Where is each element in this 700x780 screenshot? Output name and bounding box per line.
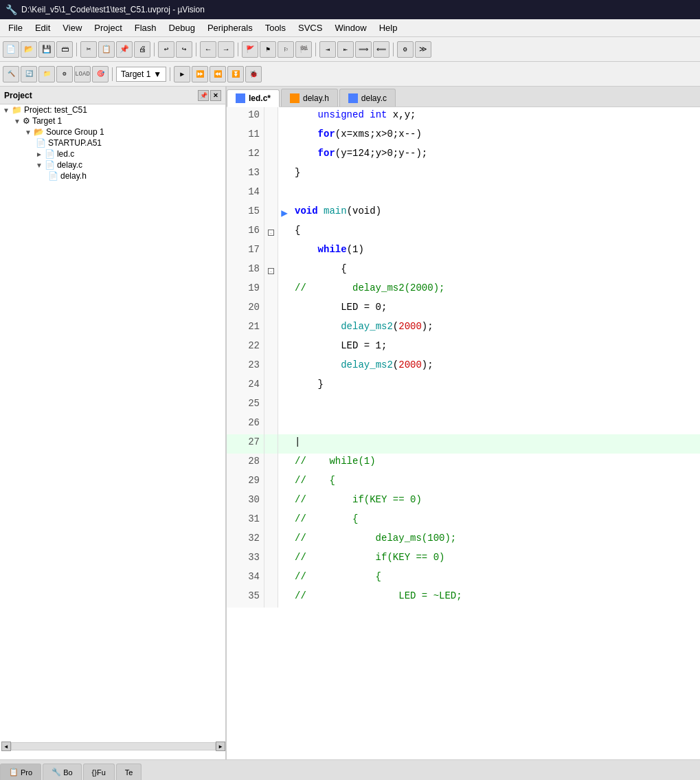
code-line-13: 13 } (227, 165, 700, 184)
fold-btn-18[interactable]: - (268, 268, 274, 274)
bottom-tab-bo-label: Bo (63, 768, 72, 777)
bottom-tab-bo[interactable]: 🔧 Bo (43, 764, 81, 780)
menu-svcs[interactable]: SVCS (293, 21, 328, 34)
copy-button[interactable]: 📋 (98, 41, 115, 58)
menu-edit[interactable]: Edit (30, 21, 56, 34)
menu-project[interactable]: Project (89, 21, 127, 34)
scroll-right-button[interactable]: ► (216, 742, 225, 751)
menu-debug[interactable]: Debug (163, 21, 201, 34)
tab-led-c[interactable]: led.c* (227, 89, 280, 107)
print-button[interactable]: 🖨 (134, 41, 150, 58)
indent2-button[interactable]: ⟹ (355, 41, 372, 58)
tree-item-delay-h[interactable]: 📄 delay.h (0, 170, 225, 181)
code-line-32: 32 // delay_ms(100); (227, 531, 700, 550)
project-tree: ▼ 📁 Project: test_C51 ▼ ⚙ Target 1 ▼ 📂 S… (0, 104, 225, 181)
menu-help[interactable]: Help (374, 21, 403, 34)
menu-tools[interactable]: Tools (260, 21, 291, 34)
tree-item-delay-c[interactable]: ▼ 📄 delay.c (0, 159, 225, 170)
debug-btn2[interactable]: ⏩ (192, 66, 208, 82)
fold-btn-16[interactable]: - (268, 230, 274, 236)
fold-col-16[interactable]: - (264, 223, 278, 242)
target-dropdown[interactable]: Target 1 ▼ (116, 67, 166, 82)
bottom-tab-te[interactable]: Te (116, 764, 142, 780)
code-content-10: unsigned int x,y; (291, 107, 700, 126)
arrow-col-23 (278, 357, 291, 377)
sep6 (393, 43, 394, 56)
debug-btn1[interactable]: ▶ (174, 66, 190, 82)
tab-delay-h[interactable]: delay.h (281, 89, 338, 107)
tree-label-target1: Target 1 (32, 116, 62, 126)
file-icon-delay-c: 📄 (45, 160, 55, 170)
sidebar-close-button[interactable]: ✕ (210, 90, 221, 101)
save-all-button[interactable]: 🗃 (56, 41, 73, 58)
paste-button[interactable]: 📌 (116, 41, 133, 58)
tab-delay-c[interactable]: delay.c (339, 89, 396, 107)
menu-view[interactable]: View (57, 21, 87, 34)
toolbar-overflow[interactable]: ≫ (415, 41, 431, 58)
cut-button[interactable]: ✂ (80, 41, 97, 58)
open-btn2[interactable]: 📁 (38, 66, 55, 82)
build-btn[interactable]: 🔨 (3, 66, 19, 82)
extra-button[interactable]: ⚙ (397, 41, 414, 58)
sidebar-hscroll: ◄ ► (0, 740, 227, 753)
nav-back-button[interactable]: ← (200, 41, 216, 58)
line-num-17: 17 (227, 242, 264, 261)
arrow-col-14 (278, 184, 291, 203)
tree-item-project-root[interactable]: ▼ 📁 Project: test_C51 (0, 104, 225, 115)
open-file-button[interactable]: 📂 (21, 41, 37, 58)
tree-item-source-group[interactable]: ▼ 📂 Source Group 1 (0, 126, 225, 137)
bottom-tab-pro[interactable]: 📋 Pro (0, 764, 41, 780)
menu-window[interactable]: Window (329, 21, 372, 34)
bottom-tab-pro-icon: 📋 (9, 768, 19, 777)
line-num-15: 15 (227, 203, 264, 223)
tree-label-project-root: Project: test_C51 (24, 105, 87, 115)
collapse-icon-sg: ▼ (25, 129, 32, 136)
menu-peripherals[interactable]: Peripherals (202, 21, 258, 34)
fold-col-26 (264, 415, 278, 434)
indent-button[interactable]: ⇥ (319, 41, 336, 58)
arrow-col-18 (278, 261, 291, 280)
undo-button[interactable]: ↩ (158, 41, 174, 58)
arrow-col-20 (278, 300, 291, 319)
scroll-left-button[interactable]: ◄ (1, 742, 11, 751)
debug-btn4[interactable]: ⏬ (227, 66, 244, 82)
rebuild-btn[interactable]: 🔄 (21, 66, 37, 82)
fold-col-18[interactable]: - (264, 261, 278, 280)
debug-btn5[interactable]: 🐞 (245, 66, 262, 82)
fold-col-12 (264, 146, 278, 165)
load-btn[interactable]: LOAD (74, 66, 91, 82)
fold-col-13 (264, 165, 278, 184)
new-file-button[interactable]: 📄 (3, 41, 19, 58)
save-button[interactable]: 💾 (38, 41, 55, 58)
outdent-button[interactable]: ⇤ (337, 41, 354, 58)
code-line-29: 29 // { (227, 473, 700, 492)
tree-item-target1[interactable]: ▼ ⚙ Target 1 (0, 115, 225, 126)
config-btn[interactable]: ⚙ (56, 66, 73, 82)
target-settings-btn[interactable]: 🎯 (92, 66, 109, 82)
line-num-19: 19 (227, 280, 264, 300)
outdent2-button[interactable]: ⟸ (373, 41, 389, 58)
tree-item-startup[interactable]: 📄 STARTUP.A51 (0, 137, 225, 148)
bottom-tab-fu[interactable]: {}Fu (83, 764, 115, 780)
bookmark4-button[interactable]: 🏁 (295, 41, 312, 58)
code-line-16: 16 - { (227, 223, 700, 242)
fold-col-34 (264, 569, 278, 588)
code-area[interactable]: 10 unsigned int x,y; 11 for(x=xms;x>0;x-… (227, 107, 700, 759)
debug-btn3[interactable]: ⏪ (210, 66, 226, 82)
sidebar-pin-button[interactable]: 📌 (198, 90, 209, 101)
nav-fwd-button[interactable]: → (218, 41, 234, 58)
line-num-34: 34 (227, 569, 264, 588)
menu-file[interactable]: File (3, 21, 28, 34)
tree-item-led-c[interactable]: ► 📄 led.c (0, 148, 225, 159)
code-content-16: { (291, 223, 700, 242)
code-content-14 (291, 184, 700, 203)
hscroll-track[interactable] (11, 742, 216, 750)
sep3 (196, 43, 196, 56)
bookmark3-button[interactable]: ⚐ (278, 41, 294, 58)
redo-button[interactable]: ↪ (176, 41, 192, 58)
code-line-22: 22 LED = 1; (227, 338, 700, 357)
code-line-14: 14 (227, 184, 700, 203)
bookmark1-button[interactable]: 🚩 (242, 41, 258, 58)
menu-flash[interactable]: Flash (129, 21, 162, 34)
bookmark2-button[interactable]: ⚑ (260, 41, 276, 58)
